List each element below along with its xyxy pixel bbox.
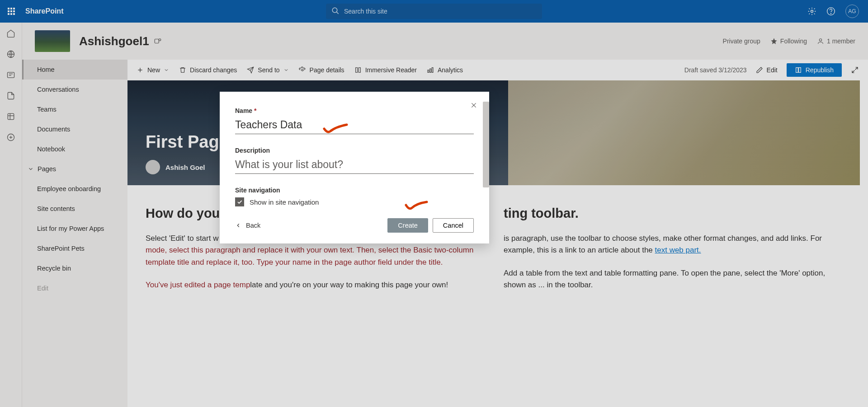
svg-rect-15 <box>155 39 159 43</box>
teams-icon[interactable] <box>154 37 162 45</box>
reader-icon <box>354 66 362 74</box>
following-button[interactable]: Following <box>770 37 807 45</box>
analytics-icon <box>427 66 434 74</box>
members-button[interactable]: 1 member <box>817 37 855 45</box>
edit-button[interactable]: Edit <box>756 66 778 74</box>
check-icon <box>236 199 243 205</box>
plus-icon <box>137 66 144 74</box>
sidebar-item-documents[interactable]: Documents <box>22 119 127 139</box>
svg-rect-9 <box>8 113 14 119</box>
sidebar-item-teams[interactable]: Teams <box>22 99 127 119</box>
text-web-part-link[interactable]: text web part. <box>655 246 701 254</box>
description-input[interactable] <box>235 158 474 174</box>
back-button[interactable]: Back <box>235 222 260 229</box>
svg-point-17 <box>819 39 821 41</box>
cancel-button[interactable]: Cancel <box>433 218 474 233</box>
gear-icon[interactable] <box>807 7 816 16</box>
name-input[interactable] <box>235 118 474 134</box>
sidebar-item-employee-onboarding[interactable]: Employee onboarding <box>22 179 127 199</box>
analytics-button[interactable]: Analytics <box>427 66 463 74</box>
close-icon <box>470 102 477 109</box>
send-to-button[interactable]: Send to <box>247 66 288 74</box>
author-name: Ashish Goel <box>165 164 205 171</box>
svg-point-20 <box>302 69 303 71</box>
add-icon[interactable] <box>6 133 15 142</box>
author-avatar <box>146 160 160 174</box>
person-icon <box>817 37 824 45</box>
svg-point-2 <box>811 10 813 13</box>
sidebar-item-home[interactable]: Home <box>22 60 127 80</box>
news-icon[interactable] <box>6 70 15 80</box>
brand-label[interactable]: SharePoint <box>23 7 63 15</box>
search-input[interactable] <box>326 4 542 19</box>
sidebar-item-recycle-bin[interactable]: Recycle bin <box>22 258 127 278</box>
svg-rect-6 <box>8 72 14 78</box>
sidebar-item-edit-nav[interactable]: Edit <box>22 278 127 298</box>
name-label: Name * <box>235 107 474 114</box>
files-icon[interactable] <box>6 91 15 100</box>
gear-icon <box>299 66 306 74</box>
create-list-dialog: Name * Description Site navigation Show … <box>220 92 489 243</box>
command-bar: New Discard changes Send to Page <box>127 60 868 80</box>
discard-button[interactable]: Discard changes <box>179 66 237 74</box>
svg-rect-22 <box>430 69 431 72</box>
new-button[interactable]: New <box>137 66 169 74</box>
sidebar-item-pages[interactable]: Pages <box>22 159 127 179</box>
close-button[interactable] <box>470 102 477 111</box>
privacy-label: Private group <box>723 37 760 45</box>
content-right-column: ting toolbar. is paragraph, use the tool… <box>504 203 840 291</box>
avatar[interactable]: AG <box>845 5 859 18</box>
page-details-button[interactable]: Page details <box>299 66 344 74</box>
send-icon <box>247 66 254 74</box>
sidebar-item-conversations[interactable]: Conversations <box>22 80 127 99</box>
waffle-icon <box>8 8 15 15</box>
site-logo[interactable] <box>35 30 70 52</box>
sidebar-item-sharepoint-pets[interactable]: SharePoint Pets <box>22 239 127 258</box>
show-in-nav-checkbox[interactable] <box>235 197 244 206</box>
site-title[interactable]: Ashishgoel1 <box>79 34 149 48</box>
site-navigation-label: Site navigation <box>235 187 474 194</box>
svg-point-4 <box>831 14 831 14</box>
search-icon <box>331 7 340 15</box>
globe-icon[interactable] <box>6 50 15 59</box>
svg-point-16 <box>159 39 161 41</box>
sidebar-item-site-contents[interactable]: Site contents <box>22 199 127 219</box>
right-heading: ting toolbar. <box>504 203 840 224</box>
chevron-down-icon <box>283 67 289 73</box>
create-button[interactable]: Create <box>387 218 428 233</box>
svg-rect-23 <box>432 68 433 73</box>
help-icon[interactable] <box>826 7 835 16</box>
svg-line-1 <box>336 12 339 14</box>
star-icon <box>770 37 778 45</box>
expand-icon[interactable] <box>851 66 859 74</box>
app-launcher[interactable] <box>0 0 23 23</box>
svg-point-0 <box>332 8 337 13</box>
description-label: Description <box>235 147 474 154</box>
book-icon <box>795 66 802 74</box>
svg-rect-21 <box>428 70 429 72</box>
sidebar-item-notebook[interactable]: Notebook <box>22 139 127 159</box>
draft-saved-label: Draft saved 3/12/2023 <box>684 66 747 74</box>
site-header: Ashishgoel1 Private group Following 1 me… <box>22 23 868 60</box>
home-icon[interactable] <box>6 29 15 38</box>
lists-icon[interactable] <box>6 112 15 121</box>
immersive-reader-button[interactable]: Immersive Reader <box>354 66 417 74</box>
discard-icon <box>179 66 186 74</box>
chevron-left-icon <box>235 222 241 229</box>
chevron-down-icon <box>28 166 34 172</box>
republish-button[interactable]: Republish <box>787 63 842 77</box>
chevron-down-icon <box>164 67 169 73</box>
show-in-nav-label: Show in site navigation <box>250 198 319 206</box>
pencil-icon <box>756 66 763 74</box>
sidebar-item-list-power-apps[interactable]: List for my Power Apps <box>22 219 127 239</box>
scrollbar[interactable] <box>483 102 489 187</box>
